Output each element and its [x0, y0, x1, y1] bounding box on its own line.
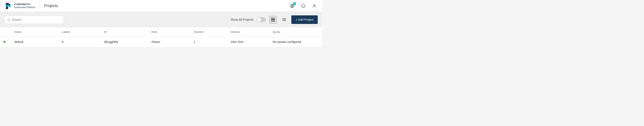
project-role-cell: Owner — [148, 37, 190, 47]
table-header-row: Name Labels ID Role Clusters Owners Quot… — [0, 27, 322, 37]
bell-icon — [301, 4, 306, 8]
column-header-name: Name — [11, 27, 58, 37]
project-quota-cell: No quotas configured — [269, 37, 322, 47]
column-header-quota: Quota — [269, 27, 322, 37]
search-icon — [7, 18, 10, 21]
column-header-labels: Labels — [58, 27, 101, 37]
logo-title: KUBERMATIC — [14, 3, 35, 6]
show-all-projects-toggle[interactable] — [257, 17, 266, 22]
project-name-cell: default — [11, 37, 58, 47]
grid-view-button[interactable] — [269, 16, 277, 24]
logo-text: KUBERMATIC Kubernetes Platform — [14, 3, 35, 9]
logo-subtitle: Kubernetes Platform — [14, 6, 35, 9]
kubermatic-logo-icon — [4, 2, 12, 10]
search-input[interactable] — [12, 18, 61, 21]
add-project-button[interactable]: + Add Project — [291, 15, 318, 24]
page-title: Projects — [44, 4, 58, 8]
project-owners-cell: John Doe — [227, 37, 270, 47]
list-view-button[interactable] — [280, 16, 288, 24]
header: KUBERMATIC Kubernetes Platform Projects … — [0, 0, 322, 12]
svg-point-4 — [314, 4, 315, 6]
table-header: Name Labels ID Role Clusters Owners Quot… — [0, 27, 322, 37]
project-status-dot — [4, 41, 6, 43]
logo-area: KUBERMATIC Kubernetes Platform — [4, 2, 35, 10]
header-divider — [40, 3, 40, 10]
column-header-status — [0, 27, 11, 37]
search-box[interactable] — [4, 15, 64, 24]
notification-badge: 1 — [293, 2, 296, 5]
user-icon-button[interactable] — [311, 3, 318, 10]
show-all-projects-label: Show All Projects — [230, 18, 254, 21]
svg-rect-9 — [271, 20, 273, 21]
list-icon — [282, 18, 286, 22]
project-id-cell: dlzsggf46z — [101, 37, 148, 47]
svg-point-5 — [8, 19, 10, 21]
svg-rect-8 — [273, 18, 275, 20]
table-row[interactable]: default 0 dlzsggf46z Owner 1 John Doe No… — [0, 37, 322, 47]
grid-icon — [271, 18, 275, 22]
projects-table: Name Labels ID Role Clusters Owners Quot… — [0, 27, 322, 47]
table-body: default 0 dlzsggf46z Owner 1 John Doe No… — [0, 37, 322, 47]
project-status-cell — [0, 37, 11, 47]
column-header-id: ID — [101, 27, 148, 37]
column-header-clusters: Clusters — [190, 27, 227, 37]
projects-table-container: Name Labels ID Role Clusters Owners Quot… — [0, 27, 322, 47]
bell-icon-button[interactable] — [300, 3, 307, 10]
svg-rect-10 — [273, 20, 275, 21]
project-labels-cell: 0 — [58, 37, 101, 47]
column-header-role: Role — [148, 27, 190, 37]
user-icon — [312, 4, 317, 8]
project-clusters-cell: 1 — [190, 37, 227, 47]
header-icons: 1 — [289, 3, 318, 10]
svg-rect-7 — [271, 18, 273, 20]
satellite-icon-button[interactable]: 1 — [289, 3, 296, 10]
column-header-owners: Owners — [227, 27, 270, 37]
toolbar: Show All Projects + Add Project — [0, 12, 322, 27]
svg-line-6 — [9, 20, 10, 21]
